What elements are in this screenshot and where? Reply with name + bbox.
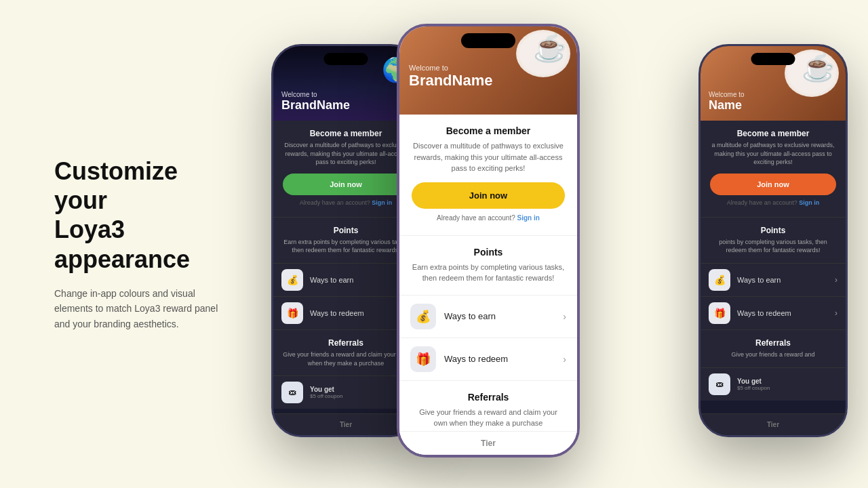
chevron-redeem-right: › [835, 308, 837, 318]
phone-center-header-text: Welcome to BrandName [409, 64, 492, 89]
phone-right-points-section: Points points by completing various task… [701, 218, 846, 264]
you-get-icon-right: 🎟 [709, 373, 730, 395]
phone-left-header-text: Welcome to BrandName [281, 91, 350, 113]
ways-earn-icon-center: 💰 [410, 304, 436, 329]
phone-center-join-button[interactable]: Join now [412, 182, 565, 209]
notch-left [324, 53, 368, 65]
phone-right-ways-redeem-item[interactable]: 🎁 Ways to redeem › [701, 297, 846, 330]
phone-center-signin-text: Already have an account? Sign in [412, 214, 565, 222]
chevron-right-redeem: › [563, 354, 566, 365]
phone-center-member-section: Become a member Discover a multitude of … [399, 115, 577, 236]
ways-earn-icon-left: 💰 [281, 269, 303, 291]
phone-right-join-button[interactable]: Join now [710, 174, 836, 195]
ways-redeem-icon-left: 🎁 [281, 302, 303, 324]
notch-center [461, 33, 515, 48]
phone-right-referrals-section: Referrals Give your friends a reward and [701, 330, 846, 368]
phone-right-signin-text: Already have an account? Sign in [710, 199, 836, 206]
phone-right-content: Become a member a multitude of pathways … [701, 121, 846, 401]
phone-center-tier-bar[interactable]: Tier [399, 431, 577, 455]
phone-left-signin-text: Already have an account? Sign in [283, 199, 409, 206]
left-section: Customize your Loya3 appearance Change i… [0, 157, 231, 331]
phone-right-ways-earn-item[interactable]: 💰 Ways to earn › [701, 264, 846, 297]
ways-redeem-icon-center: 🎁 [410, 346, 436, 372]
phone-center: Welcome to BrandName Become a member Dis… [397, 24, 580, 458]
phone-center-content: Become a member Discover a multitude of … [399, 115, 577, 458]
you-get-icon-left: 🎟 [281, 382, 303, 403]
phone-right-you-get-item: 🎟 You get $5 off coupon [701, 368, 846, 401]
phone-left-join-button[interactable]: Join now [283, 174, 409, 195]
page-title: Customize your Loya3 appearance [54, 157, 231, 274]
phone-center-ways-earn-item[interactable]: 💰 Ways to earn › [399, 296, 577, 338]
phone-right-header-text: Welcome to Name [709, 91, 745, 113]
phone-center-points-section: Points Earn extra points by completing v… [399, 236, 577, 296]
phones-container: Welcome to BrandName Become a member Dis… [231, 0, 868, 488]
phone-right-member-section: Become a member a multitude of pathways … [701, 121, 846, 218]
page-description: Change in-app colours and visual element… [54, 286, 231, 331]
chevron-earn-right: › [835, 275, 837, 285]
notch-right [751, 53, 795, 65]
chevron-right-earn: › [563, 311, 566, 322]
phone-right: Welcome to Name Become a member a multit… [698, 44, 848, 437]
ways-redeem-icon-right: 🎁 [709, 302, 730, 324]
ways-earn-icon-right: 💰 [709, 269, 730, 291]
phone-center-ways-redeem-item[interactable]: 🎁 Ways to redeem › [399, 338, 577, 381]
